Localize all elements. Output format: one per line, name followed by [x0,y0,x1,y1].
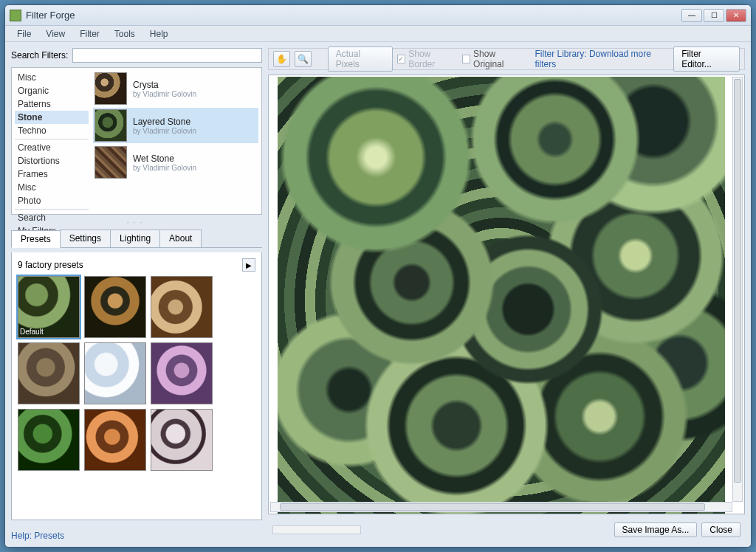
filter-author: by Vladimir Golovin [133,164,196,172]
zoom-tool-button[interactable]: 🔍 [295,51,312,67]
window-title: Filter Forge [26,10,681,21]
filter-author: by Vladimir Golovin [133,127,196,135]
content-area: Search Filters: MiscOrganicPatternsStone… [5,42,751,547]
preset-label: Default [20,328,44,336]
category-distortions[interactable]: Distortions [15,154,89,168]
filter-editor-button[interactable]: Filter Editor... [673,46,740,72]
category-misc[interactable]: Misc [15,181,89,194]
tab-about[interactable]: About [159,230,202,247]
filter-author: by Vladimir Golovin [133,90,196,98]
maximize-button[interactable]: ☐ [704,9,724,22]
category-frames[interactable]: Frames [15,168,89,181]
filter-thumbnail [94,146,127,179]
preset-cell[interactable] [84,342,146,404]
app-window: Filter Forge — ☐ ✕ FileViewFilterToolsHe… [4,4,752,548]
category-list: MiscOrganicPatternsStoneTechnoCreativeDi… [15,71,89,211]
splitter-handle[interactable] [11,219,262,225]
category-techno[interactable]: Techno [15,124,89,137]
filter-item[interactable]: Wet Stoneby Vladimir Golovin [93,145,258,180]
window-controls: — ☐ ✕ [681,9,746,22]
filter-name: Layered Stone [133,117,196,127]
preset-cell[interactable] [151,409,213,471]
close-dialog-button[interactable]: Close [701,522,740,537]
category-misc[interactable]: Misc [15,71,89,84]
actual-pixels-button[interactable]: Actual Pixels [328,46,393,72]
filter-name: Wet Stone [133,153,196,164]
preset-cell[interactable] [151,342,213,404]
tab-settings[interactable]: Settings [60,230,111,247]
filter-item[interactable]: Crystaby Vladimir Golovin [93,71,258,106]
filter-library-link[interactable]: Filter Library: Download more filters [535,49,670,69]
preset-cell[interactable] [18,342,80,404]
titlebar: Filter Forge — ☐ ✕ [5,5,751,26]
category-patterns[interactable]: Patterns [15,97,89,111]
category-creative[interactable]: Creative [15,141,89,154]
filter-item[interactable]: Layered Stoneby Vladimir Golovin [93,108,258,143]
filter-thumbnail [94,109,127,142]
preset-header: 9 factory presets ▶ [18,258,255,272]
menu-help[interactable]: Help [142,27,176,41]
menubar: FileViewFilterToolsHelp [5,26,751,42]
menu-tools[interactable]: Tools [107,27,142,41]
preset-cell[interactable] [84,276,146,338]
preset-next-button[interactable]: ▶ [242,258,255,272]
filter-browser: MiscOrganicPatternsStoneTechnoCreativeDi… [11,67,262,215]
preset-panel: 9 factory presets ▶ Default [11,252,262,520]
category-photo[interactable]: Photo [15,194,89,207]
preset-cell[interactable] [84,409,146,471]
filter-name: Crysta [133,80,196,90]
menu-view[interactable]: View [38,27,72,41]
category-stone[interactable]: Stone [15,111,89,124]
search-row: Search Filters: [11,48,262,63]
preview-area [268,75,745,514]
preview-hscrollbar[interactable] [270,502,732,512]
menu-file[interactable]: File [10,27,38,41]
preview-vscrollbar[interactable] [732,77,743,502]
preset-cell[interactable] [18,409,80,471]
preset-grid: Default [18,276,255,471]
tab-presets[interactable]: Presets [11,230,61,248]
show-border-checkbox[interactable]: ✓Show Border [397,49,458,69]
preset-count-label: 9 factory presets [18,260,83,270]
tab-lighting[interactable]: Lighting [110,230,160,247]
search-label: Search Filters: [11,50,68,61]
hand-tool-button[interactable]: ✋ [273,51,290,67]
category-organic[interactable]: Organic [15,84,89,97]
render-progress [272,525,361,534]
bottom-bar: Save Image As... Close [268,519,745,541]
preset-cell[interactable] [151,276,213,338]
preset-cell[interactable]: Default [18,276,80,338]
right-panel: ✋ 🔍 Actual Pixels ✓Show Border Show Orig… [268,48,745,541]
preview-toolbar: ✋ 🔍 Actual Pixels ✓Show Border Show Orig… [268,48,745,70]
help-presets-link[interactable]: Help: Presets [11,525,262,541]
save-image-button[interactable]: Save Image As... [614,522,698,537]
minimize-button[interactable]: — [681,9,702,22]
tab-strip: PresetsSettingsLightingAbout [11,230,262,248]
search-input[interactable] [72,48,262,63]
filter-thumbnail [94,72,127,105]
app-icon [10,10,21,21]
show-original-checkbox[interactable]: Show Original [462,49,526,69]
preview-canvas[interactable] [278,77,725,514]
close-button[interactable]: ✕ [726,9,746,22]
filter-list: Crystaby Vladimir GolovinLayered Stoneby… [93,71,258,211]
menu-filter[interactable]: Filter [72,27,107,41]
left-panel: Search Filters: MiscOrganicPatternsStone… [11,48,262,541]
